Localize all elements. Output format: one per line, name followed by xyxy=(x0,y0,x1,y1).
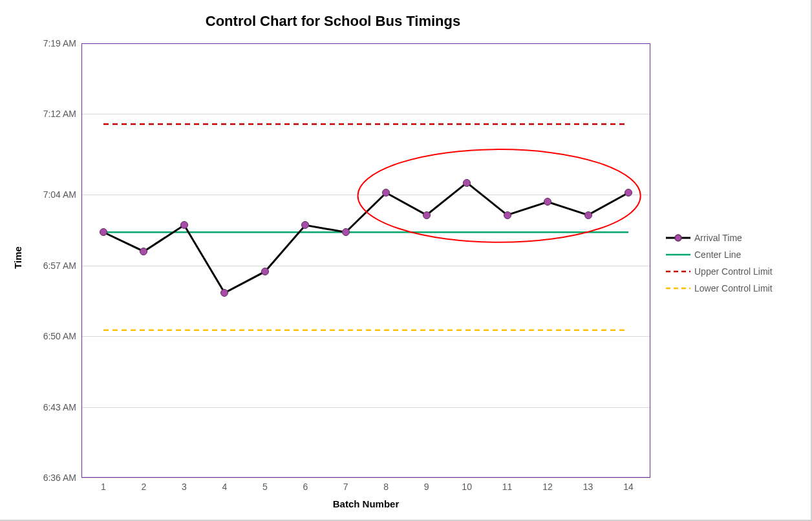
x-tick-label: 11 xyxy=(502,482,513,492)
x-tick-label: 14 xyxy=(623,482,634,492)
x-tick-label: 2 xyxy=(142,482,147,492)
x-tick-label: 1 xyxy=(101,482,106,492)
legend-swatch-lcl xyxy=(666,283,690,293)
x-tick-label: 4 xyxy=(222,482,227,492)
data-marker xyxy=(301,221,309,229)
x-tick-label: 12 xyxy=(542,482,553,492)
data-marker xyxy=(220,289,228,297)
legend-swatch-center xyxy=(666,250,690,260)
legend-label: Center Line xyxy=(694,250,741,260)
x-tick-label: 5 xyxy=(262,482,268,492)
y-tick-label: 6:43 AM xyxy=(43,402,76,412)
svg-point-1 xyxy=(675,235,681,241)
legend-label: Upper Control Limit xyxy=(694,266,773,277)
data-marker xyxy=(342,228,350,236)
data-marker xyxy=(180,221,188,229)
data-marker xyxy=(261,268,269,275)
chart-container: Control Chart for School Bus Timings Tim… xyxy=(0,0,812,521)
legend-label: Lower Control Limit xyxy=(694,283,773,293)
legend-label: Arrival Time xyxy=(694,233,742,243)
y-axis-title: Time xyxy=(12,246,23,269)
chart-title: Control Chart for School Bus Timings xyxy=(0,13,666,30)
x-axis-title: Batch Number xyxy=(333,498,400,509)
legend-swatch-ucl xyxy=(666,266,690,277)
legend-item-arrival: Arrival Time xyxy=(666,233,802,243)
legend-swatch-arrival xyxy=(666,233,690,243)
data-marker xyxy=(382,189,390,197)
x-tick-label: 8 xyxy=(383,482,389,492)
y-tick-label: 7:19 AM xyxy=(43,38,76,48)
y-tick-label: 6:57 AM xyxy=(43,260,76,271)
legend-item-ucl: Upper Control Limit xyxy=(666,266,802,277)
x-tick-label: 7 xyxy=(343,482,348,492)
x-tick-label: 9 xyxy=(424,482,429,492)
data-marker xyxy=(544,198,551,206)
data-marker xyxy=(140,248,147,255)
data-marker xyxy=(423,211,431,219)
x-tick-label: 10 xyxy=(462,482,472,492)
legend-item-center: Center Line xyxy=(666,250,802,260)
y-tick-label: 7:04 AM xyxy=(43,189,76,200)
data-marker xyxy=(625,189,632,197)
legend: Arrival Time Center Line Upper Control L… xyxy=(666,226,802,300)
y-tick-label: 6:36 AM xyxy=(43,473,76,483)
plot-area: 6:36 AM6:43 AM6:50 AM6:57 AM7:04 AM7:12 … xyxy=(81,43,650,478)
legend-item-lcl: Lower Control Limit xyxy=(666,283,802,293)
data-marker xyxy=(100,228,107,236)
x-tick-label: 3 xyxy=(182,482,187,492)
x-tick-label: 6 xyxy=(303,482,308,492)
x-tick-label: 13 xyxy=(583,482,593,492)
y-tick-label: 7:12 AM xyxy=(43,109,76,119)
data-marker xyxy=(504,211,511,219)
gridline xyxy=(81,478,650,478)
data-marker xyxy=(463,179,471,187)
y-tick-label: 6:50 AM xyxy=(43,331,76,341)
annotation-ellipse xyxy=(358,149,641,242)
data-marker xyxy=(584,211,592,219)
